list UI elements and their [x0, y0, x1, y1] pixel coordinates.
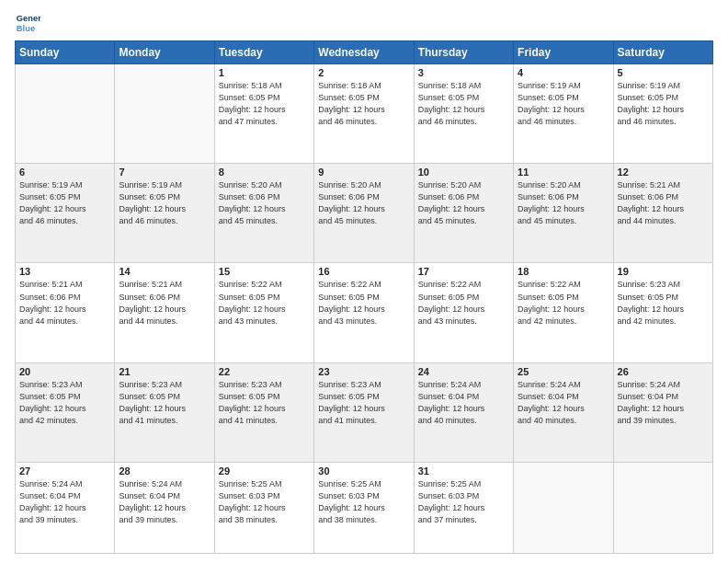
day-header-tuesday: Tuesday: [214, 41, 313, 64]
calendar-cell: 30Sunrise: 5:25 AM Sunset: 6:03 PM Dayli…: [314, 462, 414, 553]
calendar-cell: 14Sunrise: 5:21 AM Sunset: 6:06 PM Dayli…: [115, 263, 214, 362]
calendar-cell: 6Sunrise: 5:19 AM Sunset: 6:05 PM Daylig…: [16, 164, 115, 263]
day-number: 1: [219, 67, 310, 78]
day-number: 14: [119, 266, 210, 277]
calendar-cell: 3Sunrise: 5:18 AM Sunset: 6:05 PM Daylig…: [414, 64, 513, 164]
day-number: 26: [618, 366, 709, 377]
day-header-sunday: Sunday: [16, 41, 115, 64]
cell-info: Sunrise: 5:24 AM Sunset: 6:04 PM Dayligh…: [618, 379, 709, 427]
cell-info: Sunrise: 5:19 AM Sunset: 6:05 PM Dayligh…: [618, 80, 709, 128]
calendar-cell: 10Sunrise: 5:20 AM Sunset: 6:06 PM Dayli…: [414, 164, 513, 263]
cell-info: Sunrise: 5:22 AM Sunset: 6:05 PM Dayligh…: [219, 279, 310, 327]
day-number: 8: [219, 167, 310, 178]
day-number: 30: [318, 465, 409, 477]
cell-info: Sunrise: 5:18 AM Sunset: 6:05 PM Dayligh…: [219, 80, 310, 128]
calendar-cell: 29Sunrise: 5:25 AM Sunset: 6:03 PM Dayli…: [214, 462, 313, 553]
cell-info: Sunrise: 5:23 AM Sunset: 6:05 PM Dayligh…: [19, 379, 110, 427]
cell-info: Sunrise: 5:23 AM Sunset: 6:05 PM Dayligh…: [219, 379, 310, 427]
cell-info: Sunrise: 5:23 AM Sunset: 6:05 PM Dayligh…: [318, 379, 409, 427]
calendar-cell: 31Sunrise: 5:25 AM Sunset: 6:03 PM Dayli…: [414, 462, 513, 553]
day-number: 22: [219, 366, 310, 377]
day-number: 28: [119, 465, 210, 477]
day-number: 31: [418, 465, 509, 477]
day-number: 21: [119, 366, 210, 377]
calendar-cell: 25Sunrise: 5:24 AM Sunset: 6:04 PM Dayli…: [514, 362, 613, 462]
logo-icon: General Blue: [15, 9, 40, 35]
cell-info: Sunrise: 5:25 AM Sunset: 6:03 PM Dayligh…: [318, 478, 409, 526]
cell-info: Sunrise: 5:20 AM Sunset: 6:06 PM Dayligh…: [418, 179, 509, 227]
cell-info: Sunrise: 5:24 AM Sunset: 6:04 PM Dayligh…: [119, 478, 210, 526]
calendar-cell: 28Sunrise: 5:24 AM Sunset: 6:04 PM Dayli…: [115, 462, 214, 553]
logo: General Blue: [15, 9, 44, 35]
day-header-saturday: Saturday: [613, 41, 712, 64]
day-number: 17: [418, 266, 509, 277]
day-number: 5: [618, 67, 709, 78]
day-number: 9: [318, 167, 409, 178]
cell-info: Sunrise: 5:25 AM Sunset: 6:03 PM Dayligh…: [418, 478, 509, 526]
day-number: 13: [19, 266, 110, 277]
day-number: 10: [418, 167, 509, 178]
cell-info: Sunrise: 5:22 AM Sunset: 6:05 PM Dayligh…: [418, 279, 509, 327]
calendar-cell: [115, 64, 214, 164]
calendar-cell: 1Sunrise: 5:18 AM Sunset: 6:05 PM Daylig…: [214, 64, 313, 164]
day-number: 24: [418, 366, 509, 377]
calendar-cell: 19Sunrise: 5:23 AM Sunset: 6:05 PM Dayli…: [613, 263, 712, 362]
cell-info: Sunrise: 5:20 AM Sunset: 6:06 PM Dayligh…: [318, 179, 409, 227]
calendar-cell: 5Sunrise: 5:19 AM Sunset: 6:05 PM Daylig…: [613, 64, 712, 164]
calendar-cell: 2Sunrise: 5:18 AM Sunset: 6:05 PM Daylig…: [314, 64, 414, 164]
calendar-cell: 21Sunrise: 5:23 AM Sunset: 6:05 PM Dayli…: [115, 362, 214, 462]
cell-info: Sunrise: 5:21 AM Sunset: 6:06 PM Dayligh…: [19, 279, 110, 327]
day-number: 16: [318, 266, 409, 277]
calendar-cell: 7Sunrise: 5:19 AM Sunset: 6:05 PM Daylig…: [115, 164, 214, 263]
calendar-cell: 9Sunrise: 5:20 AM Sunset: 6:06 PM Daylig…: [314, 164, 414, 263]
cell-info: Sunrise: 5:18 AM Sunset: 6:05 PM Dayligh…: [418, 80, 509, 128]
day-number: 18: [518, 266, 609, 277]
svg-text:General: General: [17, 14, 40, 23]
calendar-cell: 15Sunrise: 5:22 AM Sunset: 6:05 PM Dayli…: [214, 263, 313, 362]
day-header-wednesday: Wednesday: [314, 41, 414, 64]
calendar-cell: 11Sunrise: 5:20 AM Sunset: 6:06 PM Dayli…: [514, 164, 613, 263]
calendar-cell: [16, 64, 115, 164]
cell-info: Sunrise: 5:20 AM Sunset: 6:06 PM Dayligh…: [518, 179, 609, 227]
day-number: 27: [19, 465, 110, 477]
calendar-cell: 23Sunrise: 5:23 AM Sunset: 6:05 PM Dayli…: [314, 362, 414, 462]
cell-info: Sunrise: 5:23 AM Sunset: 6:05 PM Dayligh…: [618, 279, 709, 327]
calendar-cell: 17Sunrise: 5:22 AM Sunset: 6:05 PM Dayli…: [414, 263, 513, 362]
calendar-table: SundayMondayTuesdayWednesdayThursdayFrid…: [15, 40, 713, 554]
cell-info: Sunrise: 5:20 AM Sunset: 6:06 PM Dayligh…: [219, 179, 310, 227]
calendar-cell: 4Sunrise: 5:19 AM Sunset: 6:05 PM Daylig…: [514, 64, 613, 164]
calendar-cell: 18Sunrise: 5:22 AM Sunset: 6:05 PM Dayli…: [514, 263, 613, 362]
day-header-thursday: Thursday: [414, 41, 513, 64]
cell-info: Sunrise: 5:21 AM Sunset: 6:06 PM Dayligh…: [618, 179, 709, 227]
day-number: 19: [618, 266, 709, 277]
day-number: 4: [518, 67, 609, 78]
day-number: 3: [418, 67, 509, 78]
day-number: 6: [19, 167, 110, 178]
day-number: 23: [318, 366, 409, 377]
calendar-cell: 16Sunrise: 5:22 AM Sunset: 6:05 PM Dayli…: [314, 263, 414, 362]
cell-info: Sunrise: 5:24 AM Sunset: 6:04 PM Dayligh…: [518, 379, 609, 427]
day-number: 12: [618, 167, 709, 178]
cell-info: Sunrise: 5:23 AM Sunset: 6:05 PM Dayligh…: [119, 379, 210, 427]
calendar-cell: 24Sunrise: 5:24 AM Sunset: 6:04 PM Dayli…: [414, 362, 513, 462]
day-number: 15: [219, 266, 310, 277]
cell-info: Sunrise: 5:19 AM Sunset: 6:05 PM Dayligh…: [19, 179, 110, 227]
cell-info: Sunrise: 5:19 AM Sunset: 6:05 PM Dayligh…: [518, 80, 609, 128]
calendar-cell: 13Sunrise: 5:21 AM Sunset: 6:06 PM Dayli…: [16, 263, 115, 362]
cell-info: Sunrise: 5:24 AM Sunset: 6:04 PM Dayligh…: [418, 379, 509, 427]
day-number: 25: [518, 366, 609, 377]
day-header-monday: Monday: [115, 41, 214, 64]
day-header-friday: Friday: [514, 41, 613, 64]
cell-info: Sunrise: 5:25 AM Sunset: 6:03 PM Dayligh…: [219, 478, 310, 526]
cell-info: Sunrise: 5:22 AM Sunset: 6:05 PM Dayligh…: [318, 279, 409, 327]
day-number: 11: [518, 167, 609, 178]
calendar-cell: 22Sunrise: 5:23 AM Sunset: 6:05 PM Dayli…: [214, 362, 313, 462]
calendar-cell: 27Sunrise: 5:24 AM Sunset: 6:04 PM Dayli…: [16, 462, 115, 553]
cell-info: Sunrise: 5:24 AM Sunset: 6:04 PM Dayligh…: [19, 478, 110, 526]
page-header: General Blue: [15, 9, 713, 35]
cell-info: Sunrise: 5:22 AM Sunset: 6:05 PM Dayligh…: [518, 279, 609, 327]
cell-info: Sunrise: 5:21 AM Sunset: 6:06 PM Dayligh…: [119, 279, 210, 327]
calendar-cell: [613, 462, 712, 553]
day-number: 29: [219, 465, 310, 477]
calendar-cell: 20Sunrise: 5:23 AM Sunset: 6:05 PM Dayli…: [16, 362, 115, 462]
